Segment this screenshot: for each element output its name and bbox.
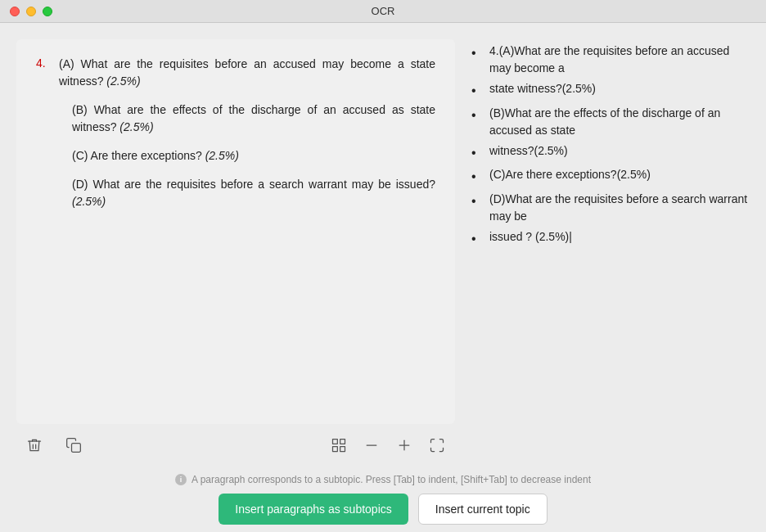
fullscreen-icon xyxy=(429,437,445,453)
minus-icon xyxy=(363,437,380,453)
points-c: (2.5%) xyxy=(205,149,239,162)
question-part-b: (B) What are the effects of the discharg… xyxy=(59,101,435,136)
svg-rect-4 xyxy=(333,447,338,452)
bullet-icon: • xyxy=(471,142,483,164)
question-part-c: (C) Are there exceptions? (2.5%) xyxy=(59,147,435,165)
list-item: • state witness?(2.5%) xyxy=(471,80,750,101)
bullet-icon: • xyxy=(471,228,483,250)
maximize-button[interactable] xyxy=(43,7,52,16)
document-area: 4. (A) What are the requisites before an… xyxy=(16,39,455,424)
frame-button[interactable] xyxy=(324,431,354,460)
right-panel: • 4.(A)What are the requisites before an… xyxy=(471,39,750,467)
question-content: (A) What are the requisites before an ac… xyxy=(59,56,435,210)
action-row: Insert paragraphs as subtopics Insert cu… xyxy=(219,494,547,525)
points-b: (2.5%) xyxy=(119,120,153,133)
bullet-icon: • xyxy=(471,191,483,225)
svg-rect-3 xyxy=(340,447,345,452)
ocr-text-5: (C)Are there exceptions?(2.5%) xyxy=(489,166,750,187)
titlebar: OCR xyxy=(0,0,766,23)
trash-icon xyxy=(26,437,43,453)
list-item: • (B)What are the effects of the dischar… xyxy=(471,105,750,139)
points-a: (2.5%) xyxy=(106,74,140,88)
ocr-text-2: state witness?(2.5%) xyxy=(489,80,750,101)
minus-button[interactable] xyxy=(357,431,386,460)
delete-button[interactable] xyxy=(20,431,49,460)
main-content: 4. (A) What are the requisites before an… xyxy=(0,23,766,467)
copy-button[interactable] xyxy=(59,431,88,460)
list-item: • witness?(2.5%) xyxy=(471,142,750,164)
list-item: • 4.(A)What are the requisites before an… xyxy=(471,43,750,77)
list-item: • (D)What are the requisites before a se… xyxy=(471,191,750,225)
bottom-bar: i A paragraph corresponds to a subtopic.… xyxy=(0,467,766,532)
points-d: (2.5%) xyxy=(72,195,106,208)
ocr-text-7: issued ? (2.5%) xyxy=(489,228,750,250)
question-part-a: (A) What are the requisites before an ac… xyxy=(59,56,435,90)
list-item: • issued ? (2.5%) xyxy=(471,228,750,250)
bullet-icon: • xyxy=(471,43,483,77)
hint-row: i A paragraph corresponds to a subtopic.… xyxy=(175,474,591,485)
bullet-icon: • xyxy=(471,166,483,187)
toolbar-group-right xyxy=(324,431,452,460)
svg-rect-0 xyxy=(72,444,81,453)
copy-icon xyxy=(65,437,82,453)
question-number: 4. xyxy=(36,56,52,210)
window-title: OCR xyxy=(372,5,395,17)
ocr-text-3: (B)What are the effects of the discharge… xyxy=(489,105,750,139)
svg-rect-1 xyxy=(333,440,338,444)
ocr-text-4: witness?(2.5%) xyxy=(489,142,750,164)
svg-rect-2 xyxy=(340,440,345,444)
bullet-icon: • xyxy=(471,105,483,139)
question-part-d: (D) What are the requisites before a sea… xyxy=(59,176,435,210)
bullet-icon: • xyxy=(471,80,483,101)
left-toolbar xyxy=(16,424,455,467)
insert-paragraphs-button[interactable]: Insert paragraphs as subtopics xyxy=(219,494,408,525)
plus-button[interactable] xyxy=(390,431,419,460)
ocr-text-1: 4.(A)What are the requisites before an a… xyxy=(489,43,750,77)
plus-icon xyxy=(396,437,412,453)
info-icon: i xyxy=(175,474,187,485)
ocr-list: • 4.(A)What are the requisites before an… xyxy=(471,43,750,467)
close-button[interactable] xyxy=(10,7,20,16)
window-controls xyxy=(10,7,52,16)
left-panel: 4. (A) What are the requisites before an… xyxy=(16,39,455,467)
minimize-button[interactable] xyxy=(26,7,36,16)
insert-topic-button[interactable]: Insert current topic xyxy=(418,494,547,525)
frame-icon xyxy=(331,437,347,453)
question-item: 4. (A) What are the requisites before an… xyxy=(36,56,435,210)
ocr-text-6: (D)What are the requisites before a sear… xyxy=(489,191,750,225)
hint-text: A paragraph corresponds to a subtopic. P… xyxy=(192,474,591,485)
fullscreen-button[interactable] xyxy=(422,431,452,460)
list-item: • (C)Are there exceptions?(2.5%) xyxy=(471,166,750,187)
